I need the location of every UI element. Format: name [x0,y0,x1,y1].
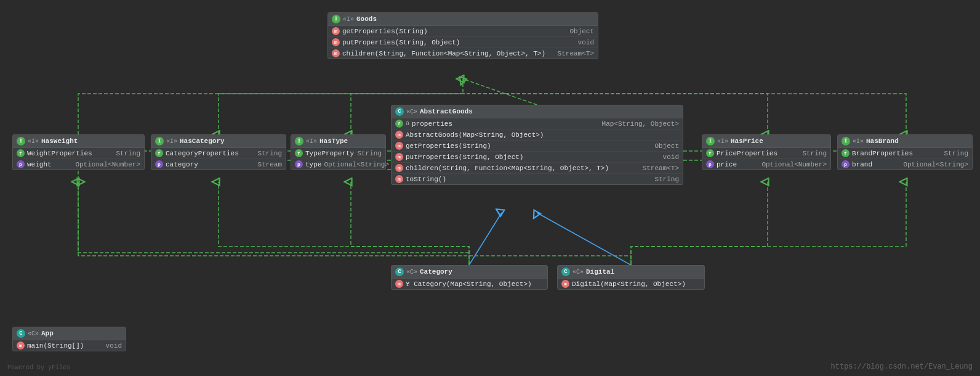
cat-row-1: m ¥ Category(Map<String, Object>) [392,279,547,289]
goods-badge: I [332,15,340,23]
digital-header: C «C» Digital [558,266,704,279]
hb-p-badge-2: p [841,160,849,168]
ag-name-4: putProperties(String, Object) [406,153,661,161]
ag-m-badge-6: m [395,175,403,183]
goods-name: Goods [356,15,377,23]
hc-badge: I [155,137,164,145]
app-type-1: void [106,342,122,349]
hw-type-1: String [116,150,140,157]
m-badge-3: m [332,49,340,57]
digital-box: C «C» Digital m Digital(Map<String, Obje… [557,265,705,290]
hb-row-2: p brand Optional<String> [838,159,972,170]
ag-row-1: f a properties Map<String, Object> [392,118,683,129]
hp-stereotype: «I» [717,138,728,145]
watermark: https://blog.csdn.net/Evan_Leung [831,362,973,371]
app-badge: C [17,329,25,338]
f-badge-1: f [395,120,403,128]
abstract-goods-header: C «C» AbstractGoods [392,105,683,118]
svg-line-3 [463,79,537,105]
ag-m-badge-5: m [395,164,403,172]
ag-row-6: m toString() String [392,174,683,184]
ag-name-5: children(String, Function<Map<String, Ob… [406,165,640,172]
hc-name: HasCategory [180,137,225,145]
has-type-header: I «I» HasType [291,135,385,148]
hc-field-2: category [166,161,255,168]
powered-by: Powered by yFiles [7,364,70,371]
app-method-1: main(String[]) [27,342,103,349]
hc-p-badge-2: p [155,160,163,168]
hw-name: HasWeight [41,137,78,145]
cat-method-1: ¥ Category(Map<String, Object>) [406,280,544,288]
ag-row-5: m children(String, Function<Map<String, … [392,163,683,174]
hc-row-1: f CategoryProperties String [151,148,286,159]
hc-field-1: CategoryProperties [166,150,255,157]
hb-field-1: BrandProperties [852,150,941,157]
hw-field-1: WeightProperties [27,150,113,157]
cat-m-badge-1: m [395,280,403,288]
ag-m-badge-2: m [395,131,403,139]
ht-field-2: type [305,161,321,168]
ht-badge: I [295,137,303,145]
hw-row-1: f WeightProperties String [13,148,144,159]
dig-row-1: m Digital(Map<String, Object>) [558,279,704,289]
dig-method-1: Digital(Map<String, Object>) [572,280,701,288]
hp-row-2: p price Optional<Number> [702,159,830,170]
app-name: App [41,330,54,337]
app-header: C «C» App [13,327,126,340]
hp-p-badge-2: p [706,160,714,168]
has-weight-box: I «I» HasWeight f WeightProperties Strin… [12,134,145,170]
hb-field-2: brand [852,161,901,168]
ag-type-1: Map<String, Object> [602,120,679,128]
hp-type-1: String [802,150,827,157]
hb-type-1: String [944,150,968,157]
ht-field-1: TypeProperty [305,150,355,157]
ag-row-2: m AbstractGoods(Map<String, Object>) [392,129,683,141]
hw-badge: I [17,137,25,145]
ht-name: HasType [319,137,348,145]
goods-type-3: Stream<T> [558,50,594,57]
category-box: C «C» Category m ¥ Category(Map<String, … [391,265,548,290]
has-weight-header: I «I» HasWeight [13,135,144,148]
hw-f-badge-1: f [17,149,25,157]
ag-name-2: AbstractGoods(Map<String, Object>) [406,131,677,139]
hc-f-badge-1: f [155,149,163,157]
hc-row-2: p category Stream [151,159,286,170]
ag-row-4: m putProperties(String, Object) void [392,152,683,163]
dig-m-badge-1: m [561,280,569,288]
hp-row-1: f PriceProperties String [702,148,830,159]
app-row-1: m main(String[]) void [13,340,126,351]
hw-type-2: Optional<Number> [75,161,140,168]
cat-badge: C [395,268,404,276]
svg-line-5 [537,213,631,265]
goods-row-2: m putProperties(String, Object) void [328,37,598,48]
hb-name: HasBrand [866,137,899,145]
goods-row-3: m children(String, Function<Map<String, … [328,48,598,59]
app-stereotype: «C» [28,330,39,337]
hp-badge: I [706,137,715,145]
ht-row-2: p type Optional<String> [291,159,385,170]
has-category-header: I «I» HasCategory [151,135,286,148]
goods-type-2: void [578,39,594,46]
abstract-goods-box: C «C» AbstractGoods f a properties Map<S… [391,105,683,185]
goods-method-1: getProperties(String) [342,28,567,35]
ht-row-1: f TypeProperty String [291,148,385,159]
app-m-badge-1: m [17,341,25,349]
ag-row-3: m getProperties(String) Object [392,141,683,152]
has-type-box: I «I» HasType f TypeProperty String p ty… [291,134,386,170]
hc-stereotype: «I» [166,138,177,145]
goods-stereotype: «I» [343,16,354,23]
goods-row-1: m getProperties(String) Object [328,26,598,37]
ag-name-3: getProperties(String) [406,142,652,150]
ag-m-badge-3: m [395,142,403,150]
ht-f-badge-1: f [295,149,303,157]
ht-type-2: Optional<String> [324,161,389,168]
hw-row-2: p weight Optional<Number> [13,159,144,170]
hb-type-2: Optional<String> [903,161,968,168]
hp-field-1: PriceProperties [717,150,800,157]
hp-type-2: Optional<Number> [761,161,827,168]
svg-line-4 [469,213,502,265]
ag-name-1: properties [412,120,600,128]
has-category-box: I «I» HasCategory f CategoryProperties S… [151,134,286,170]
goods-type-1: Object [569,28,594,35]
hp-f-badge-1: f [706,149,714,157]
